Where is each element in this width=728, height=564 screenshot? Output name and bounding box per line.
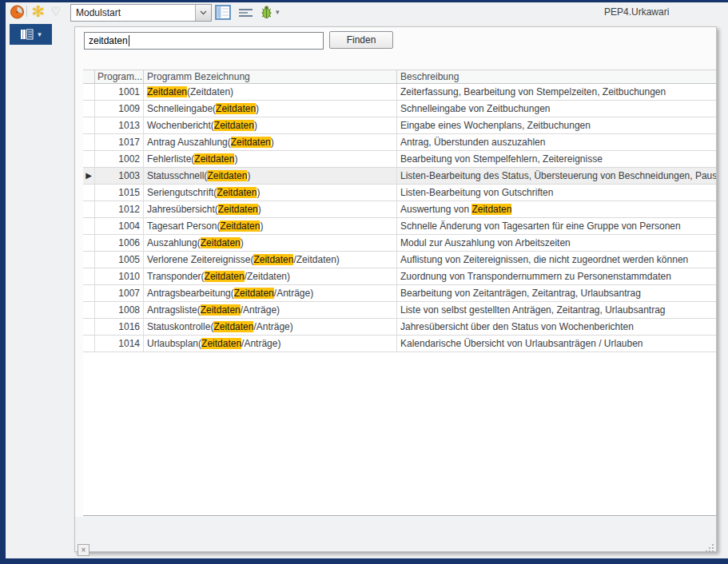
cell-program-name: Antragsliste(Zeitdaten/Anträge) — [144, 302, 397, 318]
table-row[interactable]: 1004 Tagesart Person(Zeitdaten) Schnelle… — [83, 218, 716, 235]
table-row[interactable]: 1014 Urlaubsplan(Zeitdaten/Anträge) Kale… — [83, 336, 716, 352]
table-row[interactable]: 1016 Statuskontrolle(Zeitdaten/Anträge) … — [83, 319, 716, 336]
cell-program-number: 1016 — [95, 319, 144, 335]
cell-program-name: Fehlerliste(Zeitdaten) — [144, 151, 397, 167]
row-indicator-cell — [83, 268, 95, 284]
cell-program-number: 1001 — [95, 84, 144, 100]
app-title: PEP4.Urkawari — [604, 6, 669, 18]
clock-icon[interactable] — [9, 3, 25, 19]
module-search-panel: zeitdaten Finden Program... Programm Bez… — [74, 26, 717, 552]
cell-program-name: Statuskontrolle(Zeitdaten/Anträge) — [144, 319, 397, 335]
grid-body: 1001 Zeitdaten(Zeitdaten) Zeiterfassung,… — [83, 84, 716, 352]
app-window: ✻ ♥ Modulstart ▾ P — [0, 0, 728, 564]
chevron-down-icon[interactable] — [195, 5, 211, 21]
row-indicator-cell — [83, 201, 95, 217]
row-indicator-cell — [83, 319, 95, 335]
cell-program-number: 1013 — [95, 117, 144, 133]
panel-view-icon[interactable] — [215, 5, 231, 20]
table-row[interactable]: ▶ 1003 Statusschnell(Zeitdaten) Listen-B… — [83, 168, 716, 185]
cell-description: Listen-Bearbeitung des Status, Übersteue… — [397, 168, 716, 184]
window-frame-top — [0, 0, 728, 2]
cell-program-number: 1010 — [95, 268, 144, 284]
table-row[interactable]: 1007 Antragsbearbeitung(Zeitdaten/Anträg… — [83, 285, 716, 302]
column-header-bezeichnung[interactable]: Programm Bezeichnung — [144, 70, 397, 83]
search-input[interactable]: zeitdaten — [84, 32, 324, 50]
heart-icon[interactable]: ♥ — [47, 2, 65, 19]
text-cursor — [129, 35, 129, 46]
cell-program-name: Tagesart Person(Zeitdaten) — [144, 218, 397, 234]
cell-program-number: 1003 — [95, 168, 144, 184]
cell-program-number: 1005 — [95, 252, 144, 268]
bug-icon[interactable] — [260, 4, 273, 19]
cell-description: Bearbeitung von Zeitanträgen, Zeitantrag… — [397, 285, 716, 301]
cell-program-name: Antrag Auszahlung(Zeitdaten) — [144, 134, 397, 150]
table-row[interactable]: 1012 Jahresübersicht(Zeitdaten) Auswertu… — [83, 201, 716, 218]
cell-description: Zeiterfassung, Bearbeitung von Stempelze… — [397, 84, 716, 100]
table-row[interactable]: 1008 Antragsliste(Zeitdaten/Anträge) Lis… — [83, 302, 716, 319]
list-lines-icon[interactable] — [237, 6, 254, 19]
cell-description: Jahresübersicht über den Status von Woch… — [397, 319, 716, 335]
cell-description: Eingabe eines Wochenplans, Zeitbuchungen — [397, 117, 716, 133]
asterisk-icon[interactable]: ✻ — [30, 2, 47, 20]
toolbar-separator — [26, 6, 27, 17]
panel-bottom-bar: Leeren — [75, 517, 716, 551]
table-row[interactable]: 1005 Verlorene Zeitereignisse(Zeitdaten/… — [83, 252, 716, 268]
cell-program-number: 1015 — [95, 185, 144, 201]
cell-program-number: 1012 — [95, 201, 144, 217]
cell-program-name: Zeitdaten(Zeitdaten) — [144, 84, 397, 100]
cell-program-number: 1008 — [95, 302, 144, 318]
row-indicator-cell — [83, 235, 95, 251]
cell-program-number: 1009 — [95, 101, 144, 117]
cell-program-name: Schnelleingabe(Zeitdaten) — [144, 101, 397, 117]
cell-description: Auflistung von Zeitereignissen, die nich… — [397, 252, 716, 268]
module-grid: Program... Programm Bezeichnung Beschrei… — [83, 70, 716, 516]
module-menu-button[interactable]: ▾ — [10, 24, 52, 45]
cell-program-name: Verlorene Zeitereignisse(Zeitdaten/Zeitd… — [144, 252, 397, 268]
cell-program-number: 1004 — [95, 218, 144, 234]
row-indicator-cell — [83, 101, 95, 117]
module-combobox-value: Modulstart — [71, 7, 195, 18]
cell-description: Bearbeitung von Stempelfehlern, Zeiterei… — [397, 151, 716, 167]
cell-description: Schnelle Änderung von Tagesarten für ein… — [397, 218, 716, 234]
cell-program-name: Jahresübersicht(Zeitdaten) — [144, 201, 397, 217]
row-indicator-cell — [83, 218, 95, 234]
cell-program-name: Statusschnell(Zeitdaten) — [144, 168, 397, 184]
row-indicator-cell — [83, 151, 95, 167]
table-row[interactable]: 1013 Wochenbericht(Zeitdaten) Eingabe ei… — [83, 117, 716, 134]
column-header-program[interactable]: Program... — [95, 70, 144, 83]
cell-description: Auswertung von Zeitdaten — [397, 201, 716, 217]
table-row[interactable]: 1002 Fehlerliste(Zeitdaten) Bearbeitung … — [83, 151, 716, 168]
cell-description: Kalendarische Übersicht von Urlaubsanträ… — [397, 336, 716, 352]
find-button[interactable]: Finden — [329, 31, 393, 49]
table-row[interactable]: 1010 Transponder(Zeitdaten/Zeitdaten) Zu… — [83, 268, 716, 285]
cell-program-name: Auszahlung(Zeitdaten) — [144, 235, 397, 251]
cell-description: Schnelleingabe von Zeitbuchungen — [397, 101, 716, 117]
cell-program-name: Antragsbearbeitung(Zeitdaten/Anträge) — [144, 285, 397, 301]
cell-description: Liste von selbst gestellten Anträgen, Ze… — [397, 302, 716, 318]
cell-program-name: Urlaubsplan(Zeitdaten/Anträge) — [144, 336, 397, 352]
grid-header: Program... Programm Bezeichnung Beschrei… — [83, 70, 716, 84]
book-icon — [20, 29, 34, 40]
resize-grip[interactable] — [706, 541, 714, 549]
table-row[interactable]: 1015 Seriengutschrift(Zeitdaten) Listen-… — [83, 185, 716, 201]
table-row[interactable]: 1009 Schnelleingabe(Zeitdaten) Schnellei… — [83, 101, 716, 117]
cell-program-name: Transponder(Zeitdaten/Zeitdaten) — [144, 268, 397, 284]
row-indicator-cell — [83, 84, 95, 100]
table-row[interactable]: 1017 Antrag Auszahlung(Zeitdaten) Antrag… — [83, 134, 716, 151]
window-frame-bottom — [0, 558, 728, 564]
bug-dropdown-caret-icon[interactable]: ▾ — [276, 8, 280, 16]
cell-description: Modul zur Auszahlung von Arbeitszeiten — [397, 235, 716, 251]
row-indicator-cell: ▶ — [83, 168, 95, 184]
close-panel-button[interactable]: × — [78, 544, 90, 556]
cell-program-number: 1006 — [95, 235, 144, 251]
cell-program-number: 1007 — [95, 285, 144, 301]
menu-caret-icon: ▾ — [38, 30, 42, 38]
cell-program-name: Seriengutschrift(Zeitdaten) — [144, 185, 397, 201]
row-indicator-cell — [83, 117, 95, 133]
table-row[interactable]: 1006 Auszahlung(Zeitdaten) Modul zur Aus… — [83, 235, 716, 252]
module-combobox[interactable]: Modulstart — [70, 4, 212, 22]
row-indicator-cell — [83, 285, 95, 301]
cell-program-number: 1014 — [95, 336, 144, 352]
table-row[interactable]: 1001 Zeitdaten(Zeitdaten) Zeiterfassung,… — [83, 84, 716, 101]
column-header-beschreibung[interactable]: Beschreibung — [397, 70, 716, 83]
